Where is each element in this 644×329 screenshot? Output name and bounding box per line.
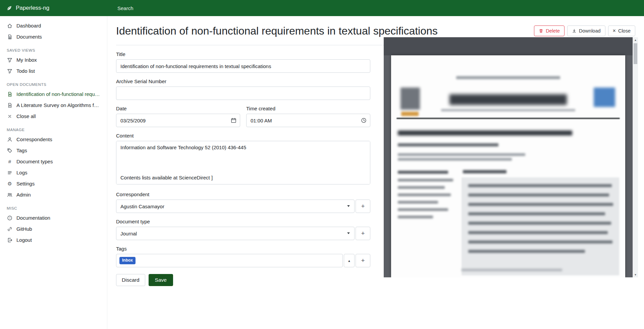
navbar-search-input[interactable] — [117, 5, 258, 11]
pdf-blur-info-line — [398, 186, 445, 189]
time-label: Time created — [246, 106, 370, 111]
scrollbar-up-arrow[interactable]: ▲ — [633, 37, 638, 43]
sidebar-item-label: Admin — [16, 192, 31, 198]
navbar-search — [117, 5, 258, 11]
sidebar-item-label: Logout — [16, 237, 32, 243]
sidebar-item-label: Settings — [16, 181, 35, 186]
sidebar: Dashboard Documents SAVED VIEWS My Inbox… — [0, 16, 107, 329]
time-col: Time created — [246, 106, 370, 127]
pdf-blur-abstract-line — [468, 194, 609, 197]
sidebar-item-label: Identification of non-functional require… — [16, 91, 100, 97]
pdf-blur-abstract-heading — [463, 170, 506, 173]
sidebar-item-document-types[interactable]: # Document types — [0, 156, 107, 167]
tag-badge-inbox[interactable]: Inbox — [119, 257, 136, 264]
correspondent-select-wrap: Agustin Casamayor — [116, 200, 355, 213]
asn-label: Archive Serial Number — [116, 78, 370, 84]
pdf-blur-paper-title — [398, 130, 572, 135]
save-button[interactable]: Save — [149, 274, 173, 286]
pdf-blur-abstract-line — [468, 212, 605, 215]
date-label: Date — [116, 106, 240, 111]
scrollbar-thumb[interactable] — [634, 43, 637, 64]
page-header: Identification of non-functional require… — [116, 23, 635, 38]
add-correspondent-button[interactable]: + — [356, 200, 370, 213]
sidebar-item-label: Documents — [16, 34, 42, 40]
content-group: Content Information and Software Technol… — [116, 133, 370, 186]
tags-label: Tags — [116, 246, 370, 252]
sidebar-item-my-inbox[interactable]: My Inbox — [0, 54, 107, 65]
sidebar-open-document-1[interactable]: Identification of non-functional require… — [0, 89, 107, 100]
svg-text:?: ? — [9, 217, 11, 220]
pdf-blur-info-line — [398, 208, 448, 211]
document-type-select[interactable]: Journal — [116, 227, 355, 240]
sidebar-open-document-2[interactable]: A Literature Survey on Algorithms for Mu… — [0, 100, 107, 111]
sidebar-item-dashboard[interactable]: Dashboard — [0, 20, 107, 31]
list-icon — [7, 170, 13, 175]
download-button[interactable]: Download — [567, 25, 605, 36]
date-time-row: Date Time created — [116, 106, 370, 127]
sidebar-item-logs[interactable]: Logs — [0, 167, 107, 178]
pdf-toolbar — [384, 37, 633, 55]
plus-icon: + — [361, 230, 365, 237]
document-type-label: Document type — [116, 219, 370, 224]
pdf-blur-rule — [396, 118, 620, 119]
sidebar-item-github[interactable]: GitHub — [0, 223, 107, 234]
app-logo-icon — [6, 5, 12, 11]
sidebar-item-todo-list[interactable]: Todo list — [0, 65, 107, 76]
tags-group: Tags Inbox ▴ + — [116, 246, 370, 267]
title-group: Title — [116, 51, 370, 73]
tags-input[interactable]: Inbox — [116, 254, 343, 267]
logout-icon — [7, 237, 13, 243]
delete-button[interactable]: Delete — [534, 25, 565, 36]
download-icon — [572, 29, 577, 33]
sidebar-item-label: Logs — [16, 170, 28, 175]
clock-icon[interactable] — [361, 118, 367, 123]
page-title: Identification of non-functional require… — [116, 23, 438, 38]
content-textarea[interactable]: Information and Software Technology 52 (… — [116, 141, 370, 184]
sidebar-item-logout[interactable]: Logout — [0, 234, 107, 245]
sidebar-item-correspondents[interactable]: Correspondents — [0, 134, 107, 145]
scrollbar-down-arrow[interactable]: ▼ — [633, 272, 638, 277]
funnel-icon — [7, 57, 13, 63]
plus-icon: + — [361, 257, 365, 264]
time-input[interactable] — [246, 114, 370, 127]
add-tag-button[interactable]: + — [356, 254, 370, 267]
pdf-blur-homepage-line — [441, 109, 575, 111]
house-icon — [7, 23, 13, 29]
pdf-blur-affiliation-1 — [398, 153, 525, 156]
pdf-blur-info-line — [398, 194, 451, 196]
calendar-icon[interactable] — [231, 118, 236, 123]
sidebar-item-label: Document types — [16, 159, 53, 164]
pdf-scrollbar[interactable]: ▲ ▼ — [633, 37, 638, 277]
tags-collapse-button[interactable]: ▴ — [344, 254, 355, 267]
sidebar-item-documents[interactable]: Documents — [0, 31, 107, 42]
sidebar-item-tags[interactable]: Tags — [0, 145, 107, 156]
sidebar-item-label: Todo list — [16, 68, 35, 74]
pdf-blur-info-line — [398, 171, 448, 174]
sidebar-item-settings[interactable]: ⚙ Settings — [0, 178, 107, 189]
discard-button[interactable]: Discard — [116, 274, 145, 286]
main-content: Identification of non-functional require… — [107, 16, 644, 329]
sidebar-heading-saved-views: SAVED VIEWS — [0, 42, 107, 54]
sidebar-item-close-all[interactable]: Close all — [0, 111, 107, 122]
trash-icon — [539, 29, 543, 33]
sidebar-heading-manage: MANAGE — [0, 122, 107, 134]
close-button[interactable]: × Close — [608, 25, 635, 36]
sidebar-item-documentation[interactable]: ? Documentation — [0, 212, 107, 223]
sidebar-item-admin[interactable]: Admin — [0, 189, 107, 200]
pdf-blur-authors — [398, 143, 498, 147]
pdf-blur-abstract-block — [462, 177, 619, 275]
correspondent-select[interactable]: Agustin Casamayor — [116, 200, 355, 213]
sidebar-item-label: Dashboard — [16, 23, 41, 29]
sidebar-item-label: A Literature Survey on Algorithms for Mu… — [16, 102, 100, 108]
sidebar-item-label: GitHub — [16, 226, 32, 232]
correspondent-group: Correspondent Agustin Casamayor + — [116, 191, 370, 213]
add-document-type-button[interactable]: + — [356, 227, 370, 240]
header-actions: Delete Download × Close — [534, 25, 635, 36]
file-text-icon — [7, 34, 13, 40]
asn-input[interactable] — [116, 87, 370, 100]
title-input[interactable] — [116, 59, 370, 73]
app-brand[interactable]: Paperless-ng — [0, 5, 107, 11]
date-input[interactable] — [116, 114, 240, 127]
document-type-select-wrap: Journal — [116, 227, 355, 240]
pdf-blur-abstract-line — [468, 250, 585, 253]
